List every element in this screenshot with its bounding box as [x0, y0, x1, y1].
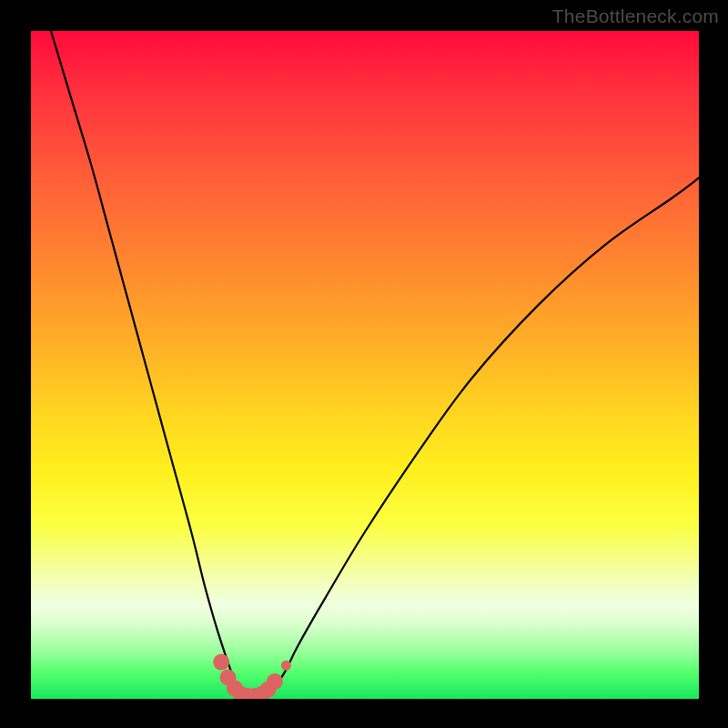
trough-marker: [281, 661, 291, 671]
bottleneck-curve: [51, 31, 699, 699]
trough-marker: [213, 654, 229, 671]
trough-markers: [213, 654, 291, 699]
trough-marker: [267, 673, 283, 690]
chart-frame: TheBottleneck.com: [0, 0, 728, 728]
watermark-text: TheBottleneck.com: [552, 5, 719, 27]
plot-area: [31, 31, 699, 699]
curve-svg: [31, 31, 699, 699]
